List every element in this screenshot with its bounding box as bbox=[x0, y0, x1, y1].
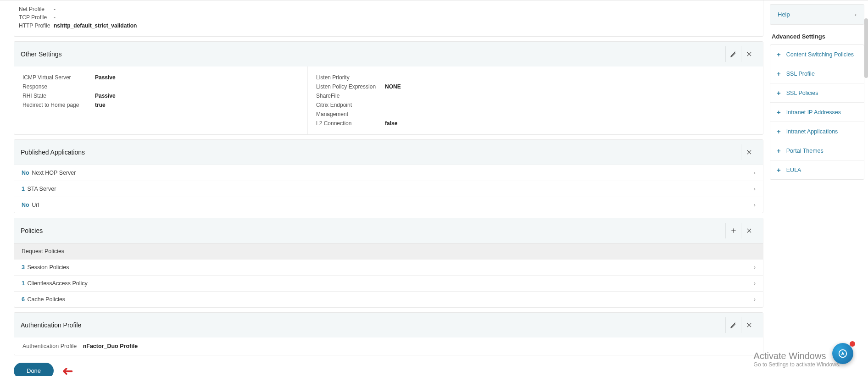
redirect-value: true bbox=[95, 100, 106, 110]
arrow-icon: ➜ bbox=[62, 363, 73, 376]
row-count: No bbox=[22, 170, 29, 176]
pa-row-url[interactable]: No Url › bbox=[14, 197, 763, 213]
chevron-right-icon: › bbox=[754, 170, 756, 176]
other-settings-title: Other Settings bbox=[21, 50, 725, 58]
close-icon bbox=[746, 149, 752, 155]
plus-icon: + bbox=[777, 89, 781, 97]
close-button[interactable] bbox=[741, 144, 757, 160]
scrollbar-thumb[interactable] bbox=[864, 18, 868, 78]
adv-item-label: Content Switching Policies bbox=[786, 51, 854, 58]
chevron-right-icon: › bbox=[754, 202, 756, 208]
policies-title: Policies bbox=[21, 227, 725, 234]
chevron-right-icon: › bbox=[754, 296, 756, 303]
http-profile-label: HTTP Profile bbox=[19, 22, 54, 30]
tcp-profile-label: TCP Profile bbox=[19, 13, 54, 22]
row-count: 1 bbox=[22, 280, 25, 287]
close-button[interactable] bbox=[741, 223, 757, 238]
other-settings-section: Other Settings ICMP Virtual Server Respo… bbox=[14, 41, 763, 135]
request-policies-subheader: Request Policies bbox=[14, 243, 763, 259]
help-button[interactable]: Help › bbox=[770, 4, 864, 25]
chevron-right-icon: › bbox=[754, 186, 756, 192]
rhi-value: Passive bbox=[95, 91, 116, 100]
icmp-value: Passive bbox=[95, 73, 116, 91]
adv-item-content-switching[interactable]: +Content Switching Policies bbox=[770, 45, 864, 64]
edit-button[interactable] bbox=[725, 46, 741, 62]
plus-icon: + bbox=[777, 70, 781, 77]
listen-policy-value: NONE bbox=[385, 82, 401, 91]
add-button[interactable] bbox=[725, 223, 741, 238]
adv-item-eula[interactable]: +EULA bbox=[770, 160, 864, 179]
adv-item-label: Portal Themes bbox=[786, 148, 823, 154]
pencil-icon bbox=[730, 50, 737, 58]
plus-icon: + bbox=[777, 166, 781, 174]
rhi-label: RHI State bbox=[22, 91, 95, 100]
published-applications-section: Published Applications No Next HOP Serve… bbox=[14, 139, 763, 213]
close-button[interactable] bbox=[741, 317, 757, 333]
row-text: ClientlessAccess Policy bbox=[27, 280, 87, 287]
row-count: 1 bbox=[22, 186, 25, 192]
plus-icon: + bbox=[777, 108, 781, 116]
row-text: STA Server bbox=[27, 186, 56, 192]
cem-label: Citrix Endpoint Management bbox=[316, 100, 385, 119]
close-icon bbox=[746, 51, 752, 57]
adv-item-label: Intranet Applications bbox=[786, 128, 838, 135]
pa-row-sta-server[interactable]: 1 STA Server › bbox=[14, 181, 763, 197]
http-profile-value: nshttp_default_strict_validation bbox=[54, 22, 137, 30]
profiles-card: Net Profile - TCP Profile - HTTP Profile… bbox=[14, 0, 763, 37]
l2-label: L2 Connection bbox=[316, 119, 385, 128]
policies-section: Policies Request Policies 3 Session Poli… bbox=[14, 218, 763, 308]
close-icon bbox=[746, 322, 752, 328]
done-button[interactable]: Done bbox=[14, 363, 54, 376]
authentication-profile-title: Authentication Profile bbox=[21, 321, 725, 329]
help-label: Help bbox=[778, 11, 790, 18]
redirect-label: Redirect to Home page bbox=[22, 100, 95, 110]
published-applications-title: Published Applications bbox=[21, 149, 741, 156]
pa-row-next-hop[interactable]: No Next HOP Server › bbox=[14, 165, 763, 181]
adv-item-ssl-policies[interactable]: +SSL Policies bbox=[770, 83, 864, 102]
advanced-settings-title: Advanced Settings bbox=[770, 31, 864, 44]
chevron-right-icon: › bbox=[754, 280, 756, 287]
adv-item-intranet-ip[interactable]: +Intranet IP Addresses bbox=[770, 102, 864, 122]
close-icon bbox=[746, 227, 752, 234]
edit-button[interactable] bbox=[725, 317, 741, 333]
policies-row-clientless[interactable]: 1 ClientlessAccess Policy › bbox=[14, 275, 763, 291]
row-text: Url bbox=[32, 202, 39, 208]
navigation-icon bbox=[838, 348, 848, 359]
plus-icon: + bbox=[777, 50, 781, 58]
adv-item-intranet-apps[interactable]: +Intranet Applications bbox=[770, 122, 864, 141]
row-text: Cache Policies bbox=[27, 296, 65, 303]
advanced-settings-list: +Content Switching Policies +SSL Profile… bbox=[770, 44, 864, 180]
sharefile-label: ShareFile bbox=[316, 91, 385, 100]
l2-value: false bbox=[385, 119, 397, 128]
row-text: Session Policies bbox=[27, 264, 69, 271]
adv-item-label: SSL Profile bbox=[786, 71, 815, 77]
adv-item-label: EULA bbox=[786, 167, 801, 173]
net-profile-label: Net Profile bbox=[19, 5, 54, 13]
close-button[interactable] bbox=[741, 46, 757, 62]
icmp-label: ICMP Virtual Server Response bbox=[22, 73, 95, 91]
row-text: Next HOP Server bbox=[32, 170, 76, 176]
net-profile-value: - bbox=[54, 5, 56, 13]
listen-priority-label: Listen Priority bbox=[316, 73, 385, 82]
plus-icon: + bbox=[777, 147, 781, 155]
chevron-right-icon: › bbox=[855, 11, 857, 18]
row-count: 3 bbox=[22, 264, 25, 271]
policies-row-session[interactable]: 3 Session Policies › bbox=[14, 259, 763, 275]
authentication-profile-section: Authentication Profile Authentication Pr… bbox=[14, 312, 763, 355]
adv-item-portal-themes[interactable]: +Portal Themes bbox=[770, 141, 864, 160]
listen-policy-label: Listen Policy Expression bbox=[316, 82, 385, 91]
policies-row-cache[interactable]: 6 Cache Policies › bbox=[14, 291, 763, 307]
auth-profile-label: Authentication Profile bbox=[22, 343, 77, 349]
adv-item-ssl-profile[interactable]: +SSL Profile bbox=[770, 64, 864, 83]
plus-icon bbox=[730, 227, 737, 234]
adv-item-label: SSL Policies bbox=[786, 90, 818, 96]
adv-item-label: Intranet IP Addresses bbox=[786, 109, 841, 116]
tcp-profile-value: - bbox=[54, 13, 56, 22]
chevron-right-icon: › bbox=[754, 264, 756, 271]
row-count: 6 bbox=[22, 296, 25, 303]
pencil-icon bbox=[730, 321, 737, 329]
auth-profile-value: nFactor_Duo Profile bbox=[83, 343, 138, 349]
plus-icon: + bbox=[777, 127, 781, 135]
row-count: No bbox=[22, 202, 29, 208]
floating-action-button[interactable] bbox=[832, 343, 853, 364]
